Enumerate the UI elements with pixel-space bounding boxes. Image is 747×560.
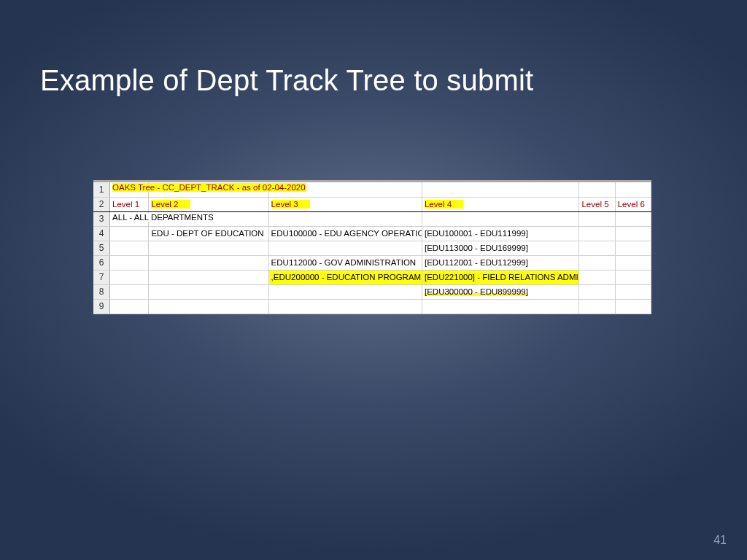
spreadsheet-grid: 1 OAKS Tree - CC_DEPT_TRACK - as of 02-0… — [93, 182, 651, 314]
rownum: 6 — [93, 255, 110, 270]
cell-all-depts: ALL - ALL DEPARTMENTS — [110, 211, 149, 226]
rownum: 1 — [93, 182, 110, 197]
cell — [268, 211, 422, 226]
cell-field-relations: [EDU221000] - FIELD RELATIONS ADMIN — [422, 270, 578, 284]
cell — [579, 182, 615, 197]
rownum: 3 — [93, 211, 110, 226]
rownum: 5 — [93, 241, 110, 255]
col-level4: Level 4 — [422, 197, 578, 211]
row-2-headers: 2 Level 1 Level 2 Level 3 Level 4 Level … — [93, 197, 651, 211]
rownum: 4 — [93, 226, 110, 241]
cell — [615, 255, 651, 270]
cell — [579, 270, 615, 284]
row-6: 6 EDU112000 - GOV ADMINISTRATION [EDU112… — [93, 255, 651, 270]
cell-range-3: [EDU112001 - EDU112999] — [422, 255, 578, 270]
cell — [149, 241, 268, 255]
col-level6: Level 6 — [615, 197, 651, 211]
row-4: 4 EDU - DEPT OF EDUCATION EDU100000 - ED… — [93, 226, 651, 241]
cell — [149, 270, 268, 284]
rownum: 7 — [93, 270, 110, 284]
cell-tree-title: OAKS Tree - CC_DEPT_TRACK - as of 02-04-… — [110, 182, 149, 197]
cell — [579, 284, 615, 299]
slide-title: Example of Dept Track Tree to submit — [40, 64, 533, 97]
cell — [110, 284, 149, 299]
rownum: 9 — [93, 299, 110, 314]
cell — [579, 255, 615, 270]
cell-range-2: [EDU113000 - EDU169999] — [422, 241, 578, 255]
cell-range-1: [EDU100001 - EDU111999] — [422, 226, 578, 241]
cell — [615, 241, 651, 255]
cell — [579, 299, 615, 314]
cell — [268, 241, 422, 255]
rownum: 8 — [93, 284, 110, 299]
spreadsheet-screenshot: 1 OAKS Tree - CC_DEPT_TRACK - as of 02-0… — [93, 180, 651, 314]
cell — [615, 182, 651, 197]
rownum: 2 — [93, 197, 110, 211]
cell — [615, 284, 651, 299]
cell — [422, 299, 578, 314]
row-1: 1 OAKS Tree - CC_DEPT_TRACK - as of 02-0… — [93, 182, 651, 197]
cell-edu-dept: EDU - DEPT OF EDUCATION — [149, 226, 268, 241]
row-3: 3 ALL - ALL DEPARTMENTS — [93, 211, 651, 226]
cell — [110, 270, 149, 284]
page-number: 41 — [713, 534, 727, 547]
row-8: 8 [EDU300000 - EDU899999] — [93, 284, 651, 299]
row-5: 5 [EDU113000 - EDU169999] — [93, 241, 651, 255]
cell — [110, 255, 149, 270]
cell — [110, 226, 149, 241]
cell — [268, 284, 422, 299]
cell — [149, 284, 268, 299]
row-9: 9 — [93, 299, 651, 314]
cell — [268, 299, 422, 314]
cell — [579, 226, 615, 241]
cell — [110, 299, 149, 314]
row-7: 7 ,EDU200000 - EDUCATION PROGRAMS [EDU22… — [93, 270, 651, 284]
cell — [149, 299, 268, 314]
cell — [615, 299, 651, 314]
cell-edu-agency-ops: EDU100000 - EDU AGENCY OPERATIONS — [268, 226, 422, 241]
cell — [110, 241, 149, 255]
cell — [615, 270, 651, 284]
col-level3: Level 3 — [268, 197, 422, 211]
col-level2: Level 2 — [149, 197, 268, 211]
cell — [422, 182, 578, 197]
cell — [422, 211, 578, 226]
cell-range-4: [EDU300000 - EDU899999] — [422, 284, 578, 299]
cell — [615, 211, 651, 226]
col-level1: Level 1 — [110, 197, 149, 211]
cell — [149, 255, 268, 270]
cell — [615, 226, 651, 241]
col-level5: Level 5 — [579, 197, 615, 211]
cell-edu-programs: ,EDU200000 - EDUCATION PROGRAMS — [268, 270, 422, 284]
cell — [579, 241, 615, 255]
cell-gov-admin: EDU112000 - GOV ADMINISTRATION — [268, 255, 422, 270]
cell — [579, 211, 615, 226]
